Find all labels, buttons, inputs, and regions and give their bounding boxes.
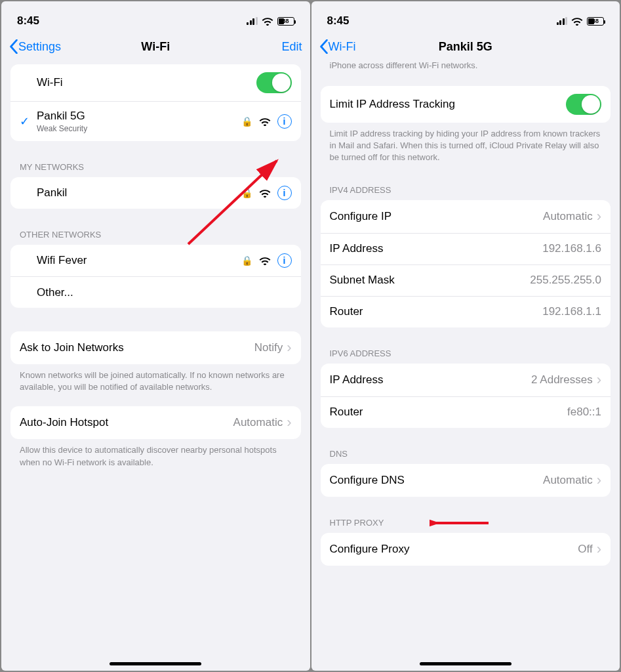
cellular-icon xyxy=(247,17,258,25)
network-name: Wifi Fever xyxy=(37,254,241,267)
lock-icon: 🔒 xyxy=(241,255,252,266)
limit-footer: Limit IP address tracking by hiding your… xyxy=(321,123,611,164)
ask-value: Notify xyxy=(254,341,283,354)
status-bar: 8:45 38 xyxy=(311,1,620,34)
configure-dns-row[interactable]: Configure DNS Automatic › xyxy=(321,464,611,497)
ipv6-router-row: Router fe80::1 xyxy=(321,396,611,428)
network-row-pankil[interactable]: Pankil 🔒 i xyxy=(10,177,301,209)
wifi-status-icon xyxy=(571,17,583,26)
back-label: Settings xyxy=(18,40,61,54)
limit-ip-tracking-row: Limit IP Address Tracking xyxy=(321,86,611,123)
other-label: Other... xyxy=(37,286,292,299)
wifi-toggle-row: Wi-Fi xyxy=(10,64,301,101)
chevron-left-icon xyxy=(9,39,18,54)
chevron-right-icon: › xyxy=(593,371,601,388)
edit-button[interactable]: Edit xyxy=(281,40,302,54)
auto-footer: Allow this device to automatically disco… xyxy=(10,439,301,468)
content: iPhone across different Wi-Fi networks. … xyxy=(311,60,620,671)
other-network-row[interactable]: Other... xyxy=(10,276,301,308)
home-indicator[interactable] xyxy=(420,662,511,665)
proxy-header: HTTP PROXY xyxy=(321,502,611,533)
limit-label: Limit IP Address Tracking xyxy=(330,98,567,111)
trailing-text: iPhone across different Wi-Fi networks. xyxy=(321,60,611,73)
page-title: Pankil 5G xyxy=(311,40,620,54)
status-icons: 38 xyxy=(247,17,294,26)
chevron-right-icon: › xyxy=(593,541,601,558)
back-button[interactable]: Wi-Fi xyxy=(319,39,356,54)
ipv6-address-row[interactable]: IP Address 2 Addresses › xyxy=(321,364,611,396)
wifi-icon xyxy=(259,117,271,126)
nav-bar: Settings Wi-Fi Edit xyxy=(1,34,310,60)
auto-label: Auto-Join Hotspot xyxy=(20,416,233,429)
battery-icon: 38 xyxy=(587,17,604,26)
status-icons: 38 xyxy=(557,17,605,26)
wifi-label: Wi-Fi xyxy=(37,76,256,89)
wifi-status-icon xyxy=(262,17,273,26)
configure-ip-row[interactable]: Configure IP Automatic › xyxy=(321,200,611,233)
router-row: Router 192.168.1.1 xyxy=(321,296,611,327)
cellular-icon xyxy=(557,17,568,25)
status-bar: 8:45 38 xyxy=(1,1,310,34)
ask-footer: Known networks will be joined automatica… xyxy=(10,364,301,393)
ask-label: Ask to Join Networks xyxy=(20,341,254,354)
chevron-left-icon xyxy=(319,39,329,54)
network-row-wifi-fever[interactable]: Wifi Fever 🔒 i xyxy=(10,245,301,276)
network-subtext: Weak Security xyxy=(37,124,241,133)
lock-icon: 🔒 xyxy=(241,116,252,127)
auto-join-hotspot-row[interactable]: Auto-Join Hotspot Automatic › xyxy=(10,406,301,439)
network-name: Pankil xyxy=(37,186,241,200)
lock-icon: 🔒 xyxy=(241,188,252,198)
dns-header: DNS xyxy=(321,433,611,464)
ip-address-row: IP Address 192.168.1.6 xyxy=(321,233,611,264)
other-networks-header: OTHER NETWORKS xyxy=(10,214,301,245)
network-name: Pankil 5G xyxy=(37,110,241,123)
ipv6-header: IPV6 ADDRESS xyxy=(321,333,611,364)
chevron-right-icon: › xyxy=(283,414,291,431)
nav-bar: Wi-Fi Pankil 5G xyxy=(311,34,620,60)
info-icon[interactable]: i xyxy=(277,253,292,268)
checkmark-icon: ✓ xyxy=(20,114,37,129)
battery-icon: 38 xyxy=(277,17,294,26)
chevron-right-icon: › xyxy=(593,472,601,489)
ipv4-header: IPV4 ADDRESS xyxy=(321,169,611,200)
info-icon[interactable]: i xyxy=(277,186,292,200)
ask-to-join-row[interactable]: Ask to Join Networks Notify › xyxy=(10,331,301,364)
status-time: 8:45 xyxy=(17,14,39,28)
auto-value: Automatic xyxy=(233,416,283,429)
subnet-mask-row: Subnet Mask 255.255.255.0 xyxy=(321,264,611,296)
connected-network-row[interactable]: ✓ Pankil 5G Weak Security 🔒 i xyxy=(10,101,301,141)
chevron-right-icon: › xyxy=(593,208,601,225)
home-indicator[interactable] xyxy=(110,662,201,665)
chevron-right-icon: › xyxy=(283,339,291,356)
back-button[interactable]: Settings xyxy=(9,39,61,54)
wifi-icon xyxy=(259,189,271,198)
wifi-toggle[interactable] xyxy=(256,72,292,93)
configure-proxy-row[interactable]: Configure Proxy Off › xyxy=(321,533,611,566)
back-label: Wi-Fi xyxy=(329,40,356,54)
my-networks-header: MY NETWORKS xyxy=(10,146,301,177)
info-icon[interactable]: i xyxy=(277,114,292,129)
phone-network-detail: 8:45 38 Wi-Fi Pankil 5G iPhone across di… xyxy=(311,1,620,671)
limit-toggle[interactable] xyxy=(566,94,601,115)
wifi-icon xyxy=(259,257,271,265)
content: Wi-Fi ✓ Pankil 5G Weak Security 🔒 i xyxy=(1,60,310,671)
status-time: 8:45 xyxy=(327,14,350,28)
phone-wifi-list: 8:45 38 Settings Wi-Fi Edit Wi-Fi ✓ xyxy=(1,1,310,671)
